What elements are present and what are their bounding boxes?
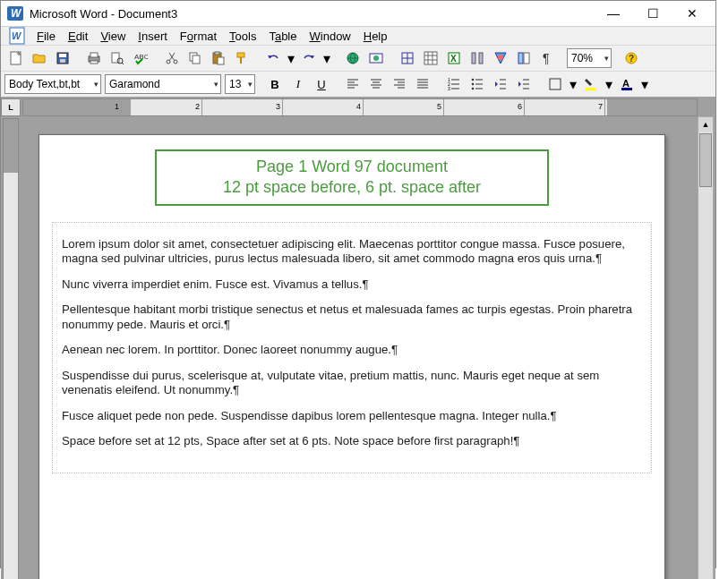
save-button[interactable] [52,47,73,69]
align-center-button[interactable] [365,73,387,95]
redo-button[interactable] [298,47,320,69]
excel-button[interactable]: X [443,47,465,69]
italic-button[interactable]: I [287,73,309,95]
copy-button[interactable] [184,47,206,69]
zoom-dropdown[interactable]: 70% [567,48,612,68]
align-left-button[interactable] [342,73,364,95]
horizontal-ruler[interactable]: 1 2 3 4 5 6 7 [22,98,698,116]
bullet-list-button[interactable] [467,73,488,95]
annotation-box: Page 1 Word 97 document 12 pt space befo… [155,149,549,206]
paragraph: Lorem ipsum dolor sit amet, consectetuer… [62,237,642,267]
svg-rect-9 [90,53,98,57]
svg-rect-11 [112,53,119,63]
menu-view[interactable]: View [95,28,131,45]
borders-dropdown[interactable]: ▾ [568,73,578,95]
pilcrow-icon: ¶ [550,409,556,422]
svg-rect-22 [237,53,244,57]
svg-point-15 [167,60,170,64]
svg-rect-7 [60,59,65,63]
justify-button[interactable] [412,73,433,95]
decrease-indent-button[interactable] [490,73,511,95]
numbered-list-button[interactable]: 123 [443,73,465,95]
show-formatting-button[interactable]: ¶ [536,47,558,69]
print-button[interactable] [83,47,105,69]
drawing-button[interactable] [490,47,511,69]
pilcrow-icon: ¶ [362,277,368,291]
close-button[interactable]: ✕ [672,1,712,26]
paragraph: Space before set at 12 pts, Space after … [62,434,642,449]
hyperlink-button[interactable] [342,47,364,69]
help-button[interactable]: ? [621,47,642,69]
paste-button[interactable] [208,47,229,69]
svg-text:W: W [12,30,22,41]
svg-point-69 [472,88,475,90]
paragraph: Fusce aliquet pede non pede. Suspendisse… [62,409,642,424]
increase-indent-button[interactable] [513,73,535,95]
font-dropdown[interactable]: Garamond [105,74,221,94]
font-color-button[interactable]: A [616,73,638,95]
menu-help[interactable]: Help [358,28,393,45]
cut-button[interactable] [161,47,183,69]
web-toolbar-button[interactable] [365,47,387,69]
open-button[interactable] [29,47,50,69]
new-button[interactable] [5,47,27,69]
minimize-button[interactable]: — [594,1,633,26]
document-page[interactable]: Page 1 Word 97 document 12 pt space befo… [39,134,665,579]
menu-edit[interactable]: Edit [63,28,93,45]
svg-rect-30 [424,52,437,64]
insert-table-button[interactable] [420,47,441,69]
font-color-dropdown[interactable]: ▾ [639,73,650,95]
columns-button[interactable] [467,47,488,69]
doc-map-button[interactable] [513,47,535,69]
bold-button[interactable]: B [264,73,286,95]
print-preview-button[interactable] [107,47,128,69]
highlight-button[interactable] [580,73,602,95]
scroll-thumb[interactable] [699,133,712,187]
paragraph: Aenean nec lorem. In porttitor. Donec la… [62,343,642,358]
document-text-area[interactable]: Lorem ipsum dolor sit amet, consectetuer… [52,222,652,473]
pilcrow-icon: ¶ [513,434,519,447]
paragraph: Nunc viverra imperdiet enim. Fusce est. … [62,277,642,293]
maximize-button[interactable]: ☐ [633,1,672,26]
undo-dropdown[interactable]: ▾ [286,47,296,69]
svg-point-68 [472,83,475,86]
svg-rect-21 [218,57,224,64]
highlight-dropdown[interactable]: ▾ [604,73,614,95]
svg-rect-37 [472,53,475,64]
paragraph: Suspendisse dui purus, scelerisque at, v… [62,369,642,398]
menu-insert[interactable]: Insert [133,28,173,45]
menu-tools[interactable]: Tools [224,28,261,45]
style-dropdown[interactable]: Body Text,bt,bt [4,74,101,94]
svg-rect-6 [59,54,66,57]
word-doc-icon: W [8,27,26,45]
borders-button[interactable] [544,73,566,95]
underline-button[interactable]: U [311,73,332,95]
pilcrow-icon: ¶ [595,251,602,265]
menu-file[interactable]: File [31,28,61,45]
window-title: Microsoft Word - Document3 [30,7,594,21]
menu-window[interactable]: Window [304,28,356,45]
tab-selector[interactable]: L [1,98,21,116]
svg-rect-79 [550,79,561,89]
svg-text:A: A [622,78,630,89]
annotation-line1: Page 1 Word 97 document [184,157,520,177]
tables-borders-button[interactable] [397,47,418,69]
menu-format[interactable]: Format [175,28,222,45]
menu-table[interactable]: Table [263,28,302,45]
scroll-up-button[interactable]: ▲ [698,117,713,132]
annotation-line2: 12 pt space before, 6 pt. space after [184,177,520,198]
undo-button[interactable] [262,47,284,69]
align-right-button[interactable] [389,73,410,95]
format-painter-button[interactable] [231,47,253,69]
svg-text:3: 3 [448,86,450,91]
vertical-scrollbar[interactable]: ▲ ▼ [698,116,714,579]
spellcheck-button[interactable]: ABC [130,47,151,69]
svg-rect-80 [586,88,596,90]
vertical-ruler[interactable] [3,118,19,579]
svg-point-16 [174,60,177,64]
redo-dropdown[interactable]: ▾ [321,47,332,69]
svg-text:X: X [450,54,457,64]
svg-rect-10 [90,61,98,64]
svg-point-39 [498,55,503,60]
font-size-dropdown[interactable]: 13 [225,74,255,94]
